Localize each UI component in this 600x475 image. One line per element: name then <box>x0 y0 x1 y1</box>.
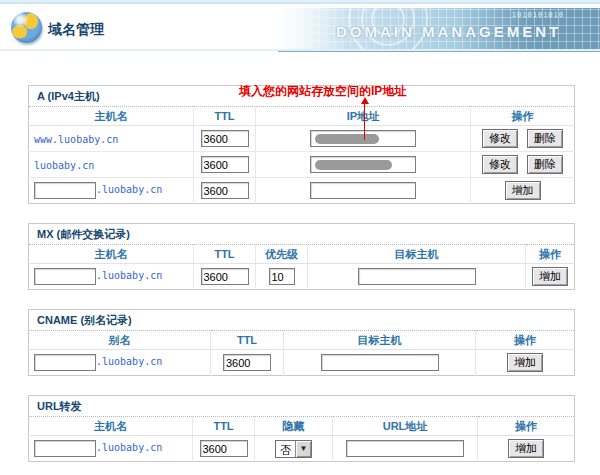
add-button[interactable]: 增加 <box>507 353 543 372</box>
table-row-new: .luobaby.cn 否▼ 增加 <box>29 436 575 462</box>
column-header-ttl: TTL <box>194 245 256 264</box>
add-button[interactable]: 增加 <box>505 181 541 200</box>
globe-icon <box>11 12 42 43</box>
column-header-host: 主机名 <box>29 417 193 436</box>
new-alias-input[interactable] <box>34 354 96 371</box>
column-header-target: 目标主机 <box>308 245 526 264</box>
domain-management-page: 域名管理 1010101010 DOMAIN MANAGEMENT 填入您的网站… <box>0 0 600 475</box>
section-cname-record: CNAME (别名记录) 别名 TTL 目标主机 操作 .luobaby.cn … <box>28 309 575 376</box>
host-suffix: .luobaby.cn <box>96 356 162 367</box>
modify-button[interactable]: 修改 <box>482 155 518 174</box>
section-title-mx: MX (邮件交换记录) <box>29 224 575 245</box>
table-row: www.luobaby.cn 修改 删除 <box>29 126 575 152</box>
column-header-ttl: TTL <box>193 417 255 436</box>
column-header-ttl: TTL <box>194 107 256 126</box>
page-header: 域名管理 1010101010 DOMAIN MANAGEMENT <box>0 4 600 49</box>
ttl-input[interactable] <box>201 130 249 147</box>
add-button[interactable]: 增加 <box>532 267 568 286</box>
redaction-blob <box>315 134 379 144</box>
chevron-down-icon[interactable]: ▼ <box>295 441 311 457</box>
page-title: 域名管理 <box>48 21 104 39</box>
table-row-new: .luobaby.cn 增加 <box>29 178 575 204</box>
column-header-host: 主机名 <box>29 107 194 126</box>
column-header-host: 主机名 <box>29 245 194 264</box>
ttl-input[interactable] <box>223 354 271 371</box>
host-suffix: .luobaby.cn <box>96 442 162 453</box>
table-row-new: .luobaby.cn 增加 <box>29 264 575 290</box>
column-header-action: 操作 <box>526 245 575 264</box>
table-row: luobaby.cn 修改 删除 <box>29 152 575 178</box>
delete-button[interactable]: 删除 <box>527 155 563 174</box>
table-row-new: .luobaby.cn 增加 <box>29 350 575 376</box>
host-suffix: .luobaby.cn <box>96 270 162 281</box>
section-title-url: URL转发 <box>29 396 575 417</box>
section-a-record: A (IPv4主机) 主机名 TTL IP地址 操作 www.luobaby.c… <box>28 85 575 204</box>
column-header-action: 操作 <box>478 417 575 436</box>
ttl-input[interactable] <box>200 440 248 457</box>
section-title-cname: CNAME (别名记录) <box>29 310 575 331</box>
section-url-forward: URL转发 主机名 TTL 隐藏 URL地址 操作 .luobaby.cn 否▼… <box>28 395 575 462</box>
target-host-input[interactable] <box>358 268 476 285</box>
column-header-target: 目标主机 <box>284 331 476 350</box>
delete-button[interactable]: 删除 <box>527 129 563 148</box>
column-header-url: URL地址 <box>333 417 478 436</box>
modify-button[interactable]: 修改 <box>482 129 518 148</box>
hide-select-value: 否 <box>276 441 295 457</box>
url-input[interactable] <box>346 440 464 457</box>
new-host-input[interactable] <box>34 440 96 457</box>
target-host-input[interactable] <box>321 354 439 371</box>
column-header-ttl: TTL <box>211 331 284 350</box>
column-header-action: 操作 <box>476 331 575 350</box>
column-header-priority: 优先级 <box>256 245 308 264</box>
column-header-ip: IP地址 <box>256 107 471 126</box>
host-suffix: .luobaby.cn <box>96 184 162 195</box>
host-name: www.luobaby.cn <box>34 134 118 145</box>
ttl-input[interactable] <box>201 268 249 285</box>
new-host-input[interactable] <box>34 182 96 199</box>
ttl-input[interactable] <box>201 182 249 199</box>
ip-input[interactable] <box>310 182 416 199</box>
content: A (IPv4主机) 主机名 TTL IP地址 操作 www.luobaby.c… <box>28 85 574 475</box>
header-divider <box>0 49 600 51</box>
redaction-blob <box>315 160 392 170</box>
add-button[interactable]: 增加 <box>508 439 544 458</box>
ttl-input[interactable] <box>201 156 249 173</box>
column-header-hidden: 隐藏 <box>255 417 333 436</box>
banner-title: DOMAIN MANAGEMENT <box>336 23 561 40</box>
banner-binary-decoration: 1010101010 <box>512 11 564 19</box>
new-host-input[interactable] <box>34 268 96 285</box>
hide-select[interactable]: 否▼ <box>275 440 312 458</box>
column-header-alias: 别名 <box>29 331 211 350</box>
host-name: luobaby.cn <box>34 160 94 171</box>
section-title-a: A (IPv4主机) <box>29 86 575 107</box>
priority-input[interactable] <box>269 268 295 285</box>
section-mx-record: MX (邮件交换记录) 主机名 TTL 优先级 目标主机 操作 .luobaby… <box>28 223 575 290</box>
column-header-action: 操作 <box>471 107 575 126</box>
header-banner-graphic: 1010101010 DOMAIN MANAGEMENT <box>278 8 600 52</box>
